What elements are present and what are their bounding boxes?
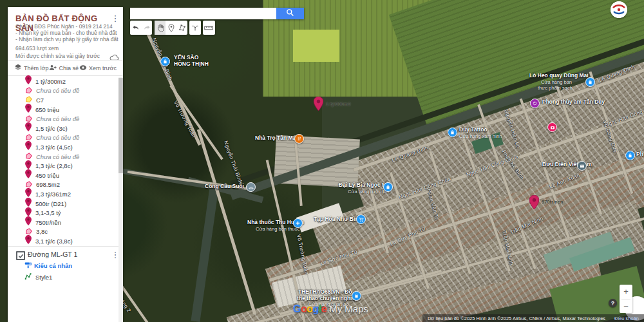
layer-item-label: 500tr (D21) <box>35 200 66 207</box>
panel-toolbar: Thêm lớp Chia sẻ Xem trước <box>8 61 123 75</box>
layer-item[interactable]: 500tr (D21) <box>8 199 118 209</box>
watermark-letter: G <box>293 303 301 314</box>
pan-hand-tool[interactable] <box>155 21 166 35</box>
measure-ruler-tool[interactable] <box>203 21 214 35</box>
poi-label: Phong thủy am Tân Duy <box>542 99 605 105</box>
layer-name[interactable]: Đường ML-GT 1 <box>28 251 77 258</box>
layer-item-label: Chưa có tiêu đề <box>36 87 79 94</box>
add-directions-tool[interactable] <box>189 21 200 35</box>
map-attribution: Dữ liệu bản đồ ©2025 Hình ảnh ©2025 Airb… <box>422 314 644 322</box>
poi-sublabel: Cửa hàng bán <box>541 79 572 85</box>
layer-item-label: 3,1-3,5 tỷ <box>35 209 61 216</box>
poi-sublabel: thực phẩm sạch <box>538 85 573 91</box>
person-add-icon <box>49 64 57 73</box>
layer-item-label: Chưa có tiêu đề <box>36 115 79 122</box>
add-layer-button[interactable]: Thêm lớp <box>14 64 48 73</box>
zoom-control: + − <box>620 285 632 313</box>
poi-label: HỒNG THỊNH <box>174 61 209 67</box>
avatar-logo <box>611 1 627 18</box>
layer-item[interactable]: 3,8c <box>8 227 118 237</box>
layer-item[interactable]: Chưa có tiêu đề <box>8 86 118 96</box>
layer-item[interactable]: 3,1-3,5 tỷ <box>8 208 118 218</box>
watermark-letter: e <box>321 303 327 314</box>
share-button[interactable]: Chia sẻ <box>49 64 79 73</box>
layer-checkbox[interactable] <box>16 251 25 260</box>
map-pin-marker[interactable] <box>529 195 539 212</box>
zoom-out-button[interactable]: − <box>620 299 632 314</box>
layer-items-list: 1 tỷ/300m2 Chưa có tiêu đề C7 650 triệu … <box>8 77 118 246</box>
poi-label: THETHAO68.VN - Đồ <box>298 289 352 295</box>
poi-shopping-bag-icon[interactable] <box>585 77 595 87</box>
my-maps-window: Nguyễn Thái Bình Nguyễn Thái Bình Võ Trư… <box>0 0 644 322</box>
layer-item[interactable]: 1 tỷ/300m2 <box>8 77 118 86</box>
layer-item-label: 1,3 tỷ/361m2 <box>35 191 71 198</box>
search-bar <box>130 8 304 19</box>
poi-label: Tạp Hóa Như Bình <box>314 216 362 222</box>
field-patch <box>293 30 339 62</box>
poi-fengshui-icon[interactable] <box>530 99 540 108</box>
layer-item[interactable]: 1,3 tỷ/361m2 <box>8 189 118 199</box>
poi-label: Duy Tattoo <box>459 126 488 133</box>
layer-item[interactable]: 750tr/nền <box>8 218 118 227</box>
directions-group <box>189 21 201 35</box>
view-count: 694.653 lượt xem <box>15 46 59 52</box>
eye-icon <box>79 64 87 73</box>
style-item[interactable]: Style1 <box>24 272 52 281</box>
map-pin-label: 1 tỷ/300m2 <box>326 101 350 107</box>
zoom-in-button[interactable]: + <box>620 285 632 299</box>
layer-item[interactable]: 450 triệu <box>8 171 118 180</box>
poi-shopping-bag-icon[interactable] <box>352 291 361 301</box>
layer-item-label: 3,1 tỷ/c (3,8c) <box>35 238 73 245</box>
profile-avatar[interactable] <box>611 1 627 18</box>
poi-label: Nhà Trọ Tân Mai <box>255 135 298 141</box>
redo-button[interactable] <box>141 21 152 35</box>
search-input[interactable] <box>130 8 276 19</box>
layer-item[interactable]: Chưa có tiêu đề <box>8 152 118 162</box>
watermark-letter: o <box>301 303 307 314</box>
preview-label: Xem trước <box>89 65 117 71</box>
attribution-text: Dữ liệu bản đồ ©2025 Hình ảnh ©2025 Airb… <box>428 316 605 321</box>
terms-link[interactable]: Điều khoản <box>614 316 639 321</box>
poi-restaurant-icon[interactable] <box>294 134 304 144</box>
search-button[interactable] <box>276 8 304 19</box>
google-my-maps-watermark: GoogleMy Maps <box>293 303 368 315</box>
poi-shopping-bag-icon[interactable] <box>448 128 457 137</box>
poi-shopping-bag-icon[interactable] <box>160 57 170 66</box>
layer-item[interactable]: C7 <box>8 95 118 105</box>
poi-envelope-icon[interactable] <box>577 161 587 171</box>
poi-shopping-bag-icon[interactable] <box>625 151 635 160</box>
poi-pharmacy-cross-icon[interactable] <box>293 218 303 228</box>
poi-shopping-bag-icon[interactable] <box>383 182 393 192</box>
layer-item-label: 1,5 tỷ/c (3c) <box>35 125 68 132</box>
add-marker-tool[interactable] <box>166 21 176 35</box>
poi-label: Cống Cầu Suối <box>205 183 244 189</box>
poi-cart-icon[interactable] <box>356 214 366 224</box>
map-pin-icon <box>25 235 32 247</box>
layer-item[interactable]: Chưa có tiêu đề <box>8 133 118 143</box>
layer-item[interactable]: 3,1 tỷ/c (3,8c) <box>8 236 118 246</box>
layer-item-label: Chưa có tiêu đề <box>36 134 79 141</box>
draw-shape-tool[interactable] <box>176 21 187 35</box>
layers-icon <box>14 64 22 73</box>
panel-scrollbar-thumb[interactable] <box>118 78 123 173</box>
help-button[interactable]: ? <box>609 299 617 307</box>
layer-item-label: 1,3 tỷ/c (2,8c) <box>35 162 73 169</box>
poi-sublabel: Cửa hàng bán thuốc <box>256 226 299 232</box>
paint-roller-icon <box>24 261 32 270</box>
layer-item[interactable]: 1,3 tỷ/c (2,8c) <box>8 161 118 171</box>
layer-item[interactable]: 1,3 tỷ/c (4,5c) <box>8 142 118 152</box>
preview-button[interactable]: Xem trước <box>79 64 117 73</box>
layer-item[interactable]: 650 triệu <box>8 105 118 115</box>
poi-label: YẾN SÀO <box>174 54 198 61</box>
layer-item[interactable]: 698.5m2 <box>8 180 118 190</box>
layer-item-label: 1,3 tỷ/c (4,5c) <box>35 144 73 151</box>
poi-camera-icon[interactable] <box>547 122 557 132</box>
individual-style-link[interactable]: Kiểu cá nhân <box>24 261 72 270</box>
measure-group <box>203 21 215 35</box>
kebab-menu-icon[interactable]: ⋮ <box>111 14 120 24</box>
map-pin-marker[interactable] <box>314 97 323 113</box>
layer-item[interactable]: Chưa có tiêu đề <box>8 114 118 124</box>
layer-item[interactable]: 1,5 tỷ/c (3c) <box>8 124 118 133</box>
undo-button[interactable] <box>130 21 141 35</box>
poi-bridge-icon[interactable] <box>246 182 256 192</box>
